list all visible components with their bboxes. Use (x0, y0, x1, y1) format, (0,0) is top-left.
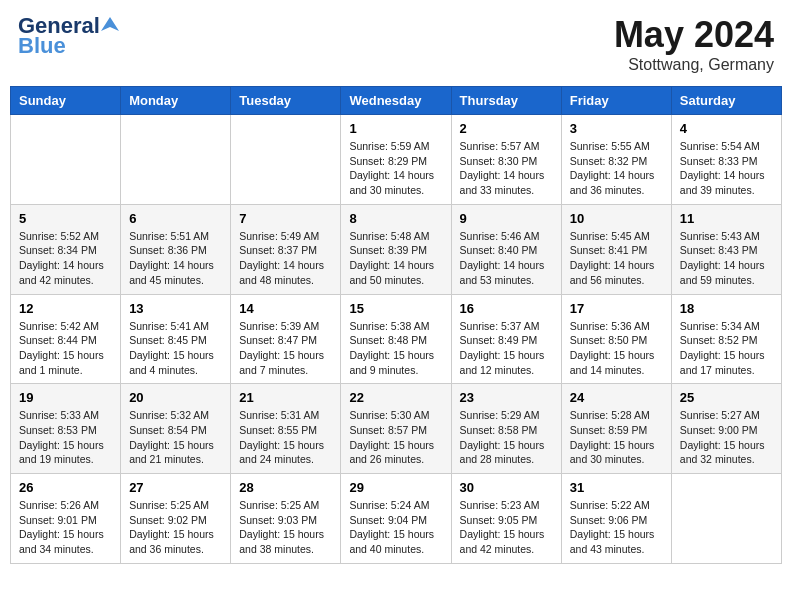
day-number: 15 (349, 301, 442, 316)
day-info: Sunrise: 5:51 AM Sunset: 8:36 PM Dayligh… (129, 229, 222, 288)
day-info: Sunrise: 5:55 AM Sunset: 8:32 PM Dayligh… (570, 139, 663, 198)
day-number: 27 (129, 480, 222, 495)
day-info: Sunrise: 5:37 AM Sunset: 8:49 PM Dayligh… (460, 319, 553, 378)
table-row: 18Sunrise: 5:34 AM Sunset: 8:52 PM Dayli… (671, 294, 781, 384)
day-info: Sunrise: 5:38 AM Sunset: 8:48 PM Dayligh… (349, 319, 442, 378)
day-info: Sunrise: 5:22 AM Sunset: 9:06 PM Dayligh… (570, 498, 663, 557)
day-number: 21 (239, 390, 332, 405)
day-number: 12 (19, 301, 112, 316)
day-info: Sunrise: 5:25 AM Sunset: 9:02 PM Dayligh… (129, 498, 222, 557)
day-number: 8 (349, 211, 442, 226)
table-row: 8Sunrise: 5:48 AM Sunset: 8:39 PM Daylig… (341, 204, 451, 294)
day-info: Sunrise: 5:42 AM Sunset: 8:44 PM Dayligh… (19, 319, 112, 378)
day-info: Sunrise: 5:29 AM Sunset: 8:58 PM Dayligh… (460, 408, 553, 467)
header-saturday: Saturday (671, 87, 781, 115)
day-info: Sunrise: 5:27 AM Sunset: 9:00 PM Dayligh… (680, 408, 773, 467)
table-row: 11Sunrise: 5:43 AM Sunset: 8:43 PM Dayli… (671, 204, 781, 294)
day-number: 16 (460, 301, 553, 316)
day-info: Sunrise: 5:23 AM Sunset: 9:05 PM Dayligh… (460, 498, 553, 557)
day-info: Sunrise: 5:34 AM Sunset: 8:52 PM Dayligh… (680, 319, 773, 378)
day-number: 3 (570, 121, 663, 136)
day-number: 20 (129, 390, 222, 405)
table-row: 3Sunrise: 5:55 AM Sunset: 8:32 PM Daylig… (561, 115, 671, 205)
table-row: 24Sunrise: 5:28 AM Sunset: 8:59 PM Dayli… (561, 384, 671, 474)
table-row: 16Sunrise: 5:37 AM Sunset: 8:49 PM Dayli… (451, 294, 561, 384)
table-row: 17Sunrise: 5:36 AM Sunset: 8:50 PM Dayli… (561, 294, 671, 384)
table-row: 23Sunrise: 5:29 AM Sunset: 8:58 PM Dayli… (451, 384, 561, 474)
day-number: 6 (129, 211, 222, 226)
day-number: 13 (129, 301, 222, 316)
day-info: Sunrise: 5:24 AM Sunset: 9:04 PM Dayligh… (349, 498, 442, 557)
table-row: 29Sunrise: 5:24 AM Sunset: 9:04 PM Dayli… (341, 474, 451, 564)
calendar-title: May 2024 (614, 14, 774, 56)
table-row: 6Sunrise: 5:51 AM Sunset: 8:36 PM Daylig… (121, 204, 231, 294)
svg-marker-0 (101, 17, 119, 31)
day-number: 14 (239, 301, 332, 316)
table-row: 28Sunrise: 5:25 AM Sunset: 9:03 PM Dayli… (231, 474, 341, 564)
calendar-week-row: 26Sunrise: 5:26 AM Sunset: 9:01 PM Dayli… (11, 474, 782, 564)
header-wednesday: Wednesday (341, 87, 451, 115)
day-number: 29 (349, 480, 442, 495)
table-row: 31Sunrise: 5:22 AM Sunset: 9:06 PM Dayli… (561, 474, 671, 564)
day-info: Sunrise: 5:39 AM Sunset: 8:47 PM Dayligh… (239, 319, 332, 378)
header-tuesday: Tuesday (231, 87, 341, 115)
day-number: 30 (460, 480, 553, 495)
logo-text-blue: Blue (18, 34, 66, 58)
day-number: 31 (570, 480, 663, 495)
table-row: 22Sunrise: 5:30 AM Sunset: 8:57 PM Dayli… (341, 384, 451, 474)
day-info: Sunrise: 5:41 AM Sunset: 8:45 PM Dayligh… (129, 319, 222, 378)
table-row: 9Sunrise: 5:46 AM Sunset: 8:40 PM Daylig… (451, 204, 561, 294)
calendar-table: Sunday Monday Tuesday Wednesday Thursday… (10, 86, 782, 564)
day-number: 5 (19, 211, 112, 226)
day-number: 24 (570, 390, 663, 405)
day-number: 19 (19, 390, 112, 405)
day-number: 26 (19, 480, 112, 495)
table-row: 14Sunrise: 5:39 AM Sunset: 8:47 PM Dayli… (231, 294, 341, 384)
day-number: 25 (680, 390, 773, 405)
table-row (121, 115, 231, 205)
day-number: 10 (570, 211, 663, 226)
day-info: Sunrise: 5:32 AM Sunset: 8:54 PM Dayligh… (129, 408, 222, 467)
day-info: Sunrise: 5:46 AM Sunset: 8:40 PM Dayligh… (460, 229, 553, 288)
table-row: 7Sunrise: 5:49 AM Sunset: 8:37 PM Daylig… (231, 204, 341, 294)
table-row: 30Sunrise: 5:23 AM Sunset: 9:05 PM Dayli… (451, 474, 561, 564)
day-info: Sunrise: 5:36 AM Sunset: 8:50 PM Dayligh… (570, 319, 663, 378)
logo: General Blue (18, 14, 119, 58)
day-number: 28 (239, 480, 332, 495)
day-number: 4 (680, 121, 773, 136)
table-row: 12Sunrise: 5:42 AM Sunset: 8:44 PM Dayli… (11, 294, 121, 384)
day-info: Sunrise: 5:31 AM Sunset: 8:55 PM Dayligh… (239, 408, 332, 467)
header-friday: Friday (561, 87, 671, 115)
table-row: 10Sunrise: 5:45 AM Sunset: 8:41 PM Dayli… (561, 204, 671, 294)
day-info: Sunrise: 5:26 AM Sunset: 9:01 PM Dayligh… (19, 498, 112, 557)
table-row: 19Sunrise: 5:33 AM Sunset: 8:53 PM Dayli… (11, 384, 121, 474)
weekday-header-row: Sunday Monday Tuesday Wednesday Thursday… (11, 87, 782, 115)
day-number: 18 (680, 301, 773, 316)
table-row: 15Sunrise: 5:38 AM Sunset: 8:48 PM Dayli… (341, 294, 451, 384)
day-info: Sunrise: 5:25 AM Sunset: 9:03 PM Dayligh… (239, 498, 332, 557)
header-monday: Monday (121, 87, 231, 115)
table-row: 2Sunrise: 5:57 AM Sunset: 8:30 PM Daylig… (451, 115, 561, 205)
day-info: Sunrise: 5:30 AM Sunset: 8:57 PM Dayligh… (349, 408, 442, 467)
day-info: Sunrise: 5:43 AM Sunset: 8:43 PM Dayligh… (680, 229, 773, 288)
day-number: 22 (349, 390, 442, 405)
day-info: Sunrise: 5:33 AM Sunset: 8:53 PM Dayligh… (19, 408, 112, 467)
table-row: 25Sunrise: 5:27 AM Sunset: 9:00 PM Dayli… (671, 384, 781, 474)
calendar-week-row: 19Sunrise: 5:33 AM Sunset: 8:53 PM Dayli… (11, 384, 782, 474)
calendar-location: Stottwang, Germany (614, 56, 774, 74)
day-info: Sunrise: 5:45 AM Sunset: 8:41 PM Dayligh… (570, 229, 663, 288)
day-number: 2 (460, 121, 553, 136)
day-info: Sunrise: 5:49 AM Sunset: 8:37 PM Dayligh… (239, 229, 332, 288)
calendar-week-row: 1Sunrise: 5:59 AM Sunset: 8:29 PM Daylig… (11, 115, 782, 205)
logo-icon (101, 15, 119, 33)
day-info: Sunrise: 5:28 AM Sunset: 8:59 PM Dayligh… (570, 408, 663, 467)
day-info: Sunrise: 5:52 AM Sunset: 8:34 PM Dayligh… (19, 229, 112, 288)
day-number: 17 (570, 301, 663, 316)
day-info: Sunrise: 5:57 AM Sunset: 8:30 PM Dayligh… (460, 139, 553, 198)
day-number: 23 (460, 390, 553, 405)
table-row: 1Sunrise: 5:59 AM Sunset: 8:29 PM Daylig… (341, 115, 451, 205)
day-info: Sunrise: 5:59 AM Sunset: 8:29 PM Dayligh… (349, 139, 442, 198)
table-row: 5Sunrise: 5:52 AM Sunset: 8:34 PM Daylig… (11, 204, 121, 294)
day-info: Sunrise: 5:54 AM Sunset: 8:33 PM Dayligh… (680, 139, 773, 198)
page-header: General Blue May 2024 Stottwang, Germany (10, 10, 782, 78)
